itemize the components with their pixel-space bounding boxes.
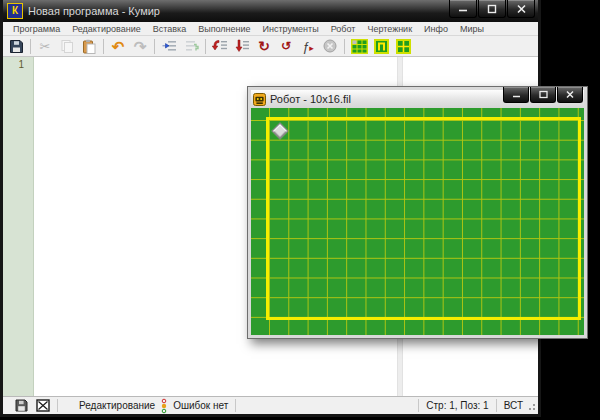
menu-redaktirovanie[interactable]: Редактирование [66, 24, 147, 34]
toolbar-separator [344, 39, 345, 54]
kumir-app-icon[interactable]: К [7, 3, 23, 19]
step-out-icon: ↺ [281, 40, 291, 52]
menu-robot[interactable]: Робот [325, 24, 362, 34]
redo-button[interactable]: ↷ [129, 37, 151, 55]
maximize-icon [538, 90, 549, 99]
menu-chertezhnik[interactable]: Чертежник [361, 24, 418, 34]
step-out-button[interactable]: ↺ [275, 37, 297, 55]
field-wall-border [266, 117, 581, 320]
run-function-icon: ƒ▸ [302, 40, 314, 53]
step-over-icon: ↻ [258, 39, 270, 53]
insert-block-icon [162, 39, 177, 53]
line-number: 1 [3, 59, 33, 70]
stop-icon [323, 39, 337, 53]
menu-vstavka[interactable]: Вставка [147, 24, 192, 34]
paste-button[interactable] [78, 37, 100, 55]
robot-maximize-button[interactable] [530, 87, 556, 103]
save-icon [9, 39, 24, 54]
show-chertezhnik-button[interactable] [370, 37, 392, 55]
menu-miry[interactable]: Миры [454, 24, 490, 34]
status-overwrite-mode: ВСТ [504, 400, 523, 411]
menu-instrumenty[interactable]: Инструменты [257, 24, 325, 34]
status-separator [496, 399, 497, 412]
undo-button[interactable]: ↶ [107, 37, 129, 55]
save-button[interactable] [5, 37, 27, 55]
robot-close-button[interactable] [557, 87, 583, 103]
copy-icon [60, 39, 74, 53]
close-indicator-icon [36, 399, 50, 412]
menu-info[interactable]: Инфо [418, 24, 454, 34]
main-window-title: Новая программа - Кумир [28, 5, 160, 17]
resize-grip[interactable] [527, 402, 536, 413]
maximize-button[interactable] [478, 0, 506, 18]
close-button[interactable] [507, 0, 535, 18]
robot-window: Робот - 10x16.fil [247, 86, 588, 339]
run-function-button[interactable]: ƒ▸ [297, 37, 319, 55]
traffic-light-icon [160, 398, 168, 414]
step-over-button[interactable]: ↻ [253, 37, 275, 55]
minimize-icon [511, 91, 522, 99]
stop-button[interactable] [319, 37, 341, 55]
robot-field[interactable] [251, 108, 584, 335]
chertezhnik-icon [374, 39, 389, 54]
run-to-line-button[interactable] [209, 37, 231, 55]
maximize-icon [486, 4, 498, 14]
close-icon [516, 4, 527, 14]
modified-indicator-icon [15, 399, 28, 412]
status-bar: Редактирование Ошибок нет Стр: 1, Поз: 1… [3, 396, 538, 414]
status-mode: Редактирование [79, 400, 155, 411]
robot-app-icon [253, 93, 266, 106]
robot-window-controls [502, 87, 583, 103]
undo-icon: ↶ [112, 39, 125, 54]
run-to-line-icon [212, 39, 228, 53]
status-errors: Ошибок нет [173, 400, 228, 411]
line-number-gutter: 1 [3, 57, 34, 396]
cut-button[interactable]: ✂ [34, 37, 56, 55]
minimize-button[interactable] [449, 0, 477, 18]
toolbar-separator [205, 39, 206, 54]
status-separator [418, 399, 419, 412]
show-robot-field-button[interactable] [348, 37, 370, 55]
robot-minimize-button[interactable] [503, 87, 529, 103]
toolbar-separator [30, 39, 31, 54]
toolbar-separator [103, 39, 104, 54]
status-separator [57, 399, 58, 412]
add-line-icon [184, 39, 199, 53]
close-icon [565, 90, 575, 99]
toolbar-separator [154, 39, 155, 54]
cut-icon: ✂ [40, 40, 51, 53]
grid-cross-icon [396, 39, 411, 54]
menu-bar: Программа Редактирование Вставка Выполне… [3, 22, 538, 36]
menu-programma[interactable]: Программа [7, 24, 66, 34]
toolbar: ✂ ↶ ↷ [3, 36, 538, 57]
show-grid-button[interactable] [392, 37, 414, 55]
insert-block-button[interactable] [158, 37, 180, 55]
robot-field-icon [351, 39, 368, 54]
copy-button[interactable] [56, 37, 78, 55]
robot-title-bar[interactable]: Робот - 10x16.fil [251, 90, 584, 108]
paste-icon [82, 39, 96, 54]
step-into-icon [234, 39, 250, 53]
main-window-controls [448, 0, 535, 18]
menu-vypolnenie[interactable]: Выполнение [192, 24, 256, 34]
main-title-bar[interactable]: К Новая программа - Кумир [3, 0, 538, 22]
step-into-button[interactable] [231, 37, 253, 55]
add-line-button[interactable] [180, 37, 202, 55]
minimize-icon [457, 4, 469, 13]
status-separator [235, 399, 236, 412]
status-line-col: Стр: 1, Поз: 1 [426, 400, 488, 411]
robot-window-title: Робот - 10x16.fil [270, 93, 351, 105]
redo-icon: ↷ [134, 39, 147, 54]
